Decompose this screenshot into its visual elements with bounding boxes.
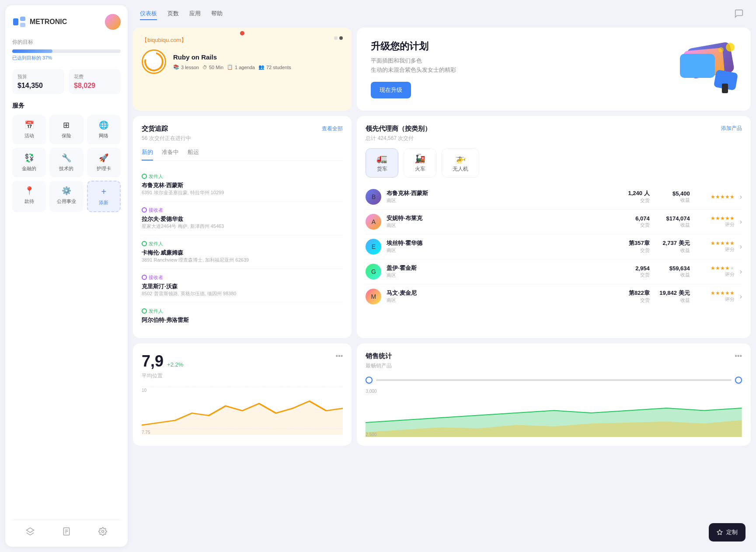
sender-name-2: 卡梅伦·威廉姆森 — [142, 249, 343, 257]
agent-arrow-5[interactable]: › — [740, 293, 742, 300]
service-public[interactable]: ⚙️ 公用事业 — [49, 181, 83, 212]
course-ring — [141, 49, 167, 75]
brand-name: METRONIC — [30, 18, 67, 26]
settings-icon[interactable] — [98, 527, 107, 538]
upgrade-title: 升级您的计划 — [371, 40, 456, 53]
sender-addr-2: 3891 Ranchview 理查森博士, 加利福尼亚州 62639 — [142, 257, 343, 263]
agent-name-5: 马文·麦金尼 — [387, 289, 609, 297]
agent-revenue-label-1: 收益 — [655, 197, 690, 203]
agent-revenue-val-5: 19,842 美元 — [655, 289, 690, 297]
range-thumb-right[interactable] — [735, 377, 742, 384]
view-all-link[interactable]: 查看全部 — [322, 125, 343, 133]
upgrade-card: 升级您的计划 平面插图和我们多色 生动的未混合紫色头发女士的精彩 现在升级 — [357, 28, 751, 111]
agent-revenue-3: 2,737 美元 收益 — [655, 239, 690, 254]
agent-revenue-5: 19,842 美元 收益 — [655, 289, 690, 304]
agent-revenue-1: $5,400 收益 — [655, 190, 690, 203]
star-label-4: 评分 — [695, 271, 735, 278]
financial-icon: 💱 — [24, 153, 34, 163]
customize-button[interactable]: 定制 — [709, 523, 746, 542]
sales-more-button[interactable]: ••• — [735, 352, 742, 360]
stats-more-button[interactable]: ••• — [336, 352, 343, 360]
agent-transactions-label-3: 交货 — [615, 247, 650, 254]
nav-dashboard[interactable]: 仪表板 — [140, 10, 157, 20]
service-tech[interactable]: 🔧 技术的 — [49, 148, 83, 177]
star-label-2: 评分 — [695, 221, 735, 228]
agent-avatar-2: A — [366, 214, 381, 230]
svg-point-8 — [101, 531, 104, 533]
main-content: 仪表板 页数 应用 帮助 【biqubiqu.com】 — [133, 0, 756, 552]
receiver-name-1: 拉尔夫·爱德华兹 — [142, 215, 343, 223]
agent-arrow-3[interactable]: › — [740, 243, 742, 251]
course-card: 【biqubiqu.com】 Ruby on Rails 📚 3 lesson — [133, 28, 352, 111]
agent-tab-train[interactable]: 🚂 火车 — [404, 148, 436, 178]
document-icon[interactable] — [62, 527, 71, 538]
tracking-tabs: 新的 准备中 船运 — [142, 148, 343, 161]
public-icon: ⚙️ — [62, 186, 71, 196]
services-label: 服务 — [12, 102, 121, 110]
service-activity[interactable]: 📅 活动 — [12, 115, 46, 144]
agent-region-3: 南区 — [387, 247, 609, 254]
tab-shipping[interactable]: 船运 — [188, 148, 199, 161]
stars-5: ★★★★★ — [695, 290, 735, 296]
clock-icon: ⏱ — [202, 65, 207, 70]
agent-revenue-label-2: 收益 — [655, 222, 690, 228]
agent-arrow-4[interactable]: › — [740, 268, 742, 276]
sidebar: METRONIC 你的目标 已达到目标的 37% 预算 $14,350 花费 $… — [5, 5, 128, 547]
agent-stat-2: 6,074 交货 — [615, 215, 650, 228]
chat-icon[interactable] — [734, 9, 744, 21]
insurance-icon: ⊞ — [63, 120, 70, 130]
agent-info-3: 埃丝特·霍华德 南区 — [387, 239, 609, 254]
agent-region-2: 南区 — [387, 222, 609, 229]
sender-addr-1: 6391 埃尔金圣塞拉蒙, 特拉华州 10299 — [142, 189, 343, 196]
range-thumb-left[interactable] — [366, 377, 373, 384]
big-number: 7,9 +2.2% — [142, 352, 183, 370]
logo-icon — [12, 15, 26, 29]
agent-transactions-3: 第357章 — [615, 239, 650, 247]
agent-rating-5: ★★★★★ 评分 — [695, 290, 735, 303]
service-hospitality[interactable]: 📍 款待 — [12, 181, 46, 212]
agent-arrow-2[interactable]: › — [740, 218, 742, 226]
service-insurance[interactable]: ⊞ 保险 — [49, 115, 83, 144]
position-value: 7,9 — [142, 352, 164, 370]
dot-1 — [334, 36, 338, 40]
delivery-item-4: 接收者 克里斯汀·沃森 8502 普雷斯顿路, 英格尔伍德, 缅因州 98380 — [142, 269, 343, 303]
nav-links: 仪表板 页数 应用 帮助 — [140, 10, 223, 20]
goal-section: 你的目标 已达到目标的 37% — [12, 38, 121, 61]
nav-pages[interactable]: 页数 — [167, 10, 179, 20]
progress-bar-background — [12, 49, 121, 53]
tab-preparing[interactable]: 准备中 — [162, 148, 179, 161]
tab-new[interactable]: 新的 — [142, 148, 153, 161]
agent-name-3: 埃丝特·霍华德 — [387, 239, 609, 247]
service-add-new[interactable]: + 添新 — [87, 181, 121, 212]
service-network[interactable]: 🌐 网络 — [87, 115, 121, 144]
stars-1: ★★★★★ — [695, 194, 735, 200]
nav-help[interactable]: 帮助 — [211, 10, 223, 20]
course-title: Ruby on Rails — [173, 53, 291, 61]
agent-arrow-1[interactable]: › — [740, 193, 742, 201]
upgrade-button[interactable]: 现在升级 — [371, 82, 411, 98]
stars-3: ★★★★★ — [695, 240, 735, 246]
goal-label: 你的目标 — [12, 38, 121, 46]
receiver-dot-2 — [142, 275, 147, 280]
agent-revenue-label-3: 收益 — [655, 247, 690, 254]
agent-row-5: M 马文·麦金尼 南区 第822章 交货 19,842 美元 收益 ★★★★★ … — [366, 284, 742, 309]
agent-transactions-label-5: 交货 — [615, 297, 650, 304]
upgrade-desc: 平面插图和我们多色 生动的未混合紫色头发女士的精彩 — [371, 56, 456, 75]
customize-icon — [717, 529, 723, 535]
add-icon: + — [101, 187, 106, 197]
agent-name-4: 盖伊·霍金斯 — [387, 264, 609, 272]
nav-apps[interactable]: 应用 — [189, 10, 201, 20]
agent-tab-truck[interactable]: 🚛 货车 — [366, 148, 398, 178]
agent-info-2: 安妮特·布莱克 南区 — [387, 214, 609, 229]
drone-icon: 🚁 — [455, 153, 466, 164]
receiver-addr-1: 星家大道2464号 梅萨, 新泽西州 45463 — [142, 223, 343, 230]
nursing-icon: 🚀 — [99, 153, 108, 163]
tech-icon: 🔧 — [62, 153, 71, 163]
add-product-button[interactable]: 添加产品 — [721, 125, 742, 132]
service-financial[interactable]: 💱 金融的 — [12, 148, 46, 177]
layers-icon[interactable] — [26, 527, 35, 538]
agent-tabs: 🚛 货车 🚂 火车 🚁 无人机 — [366, 148, 742, 178]
insurance-label: 保险 — [62, 133, 71, 139]
agent-tab-drone[interactable]: 🚁 无人机 — [442, 148, 479, 178]
service-nursing[interactable]: 🚀 护理卡 — [87, 148, 121, 177]
